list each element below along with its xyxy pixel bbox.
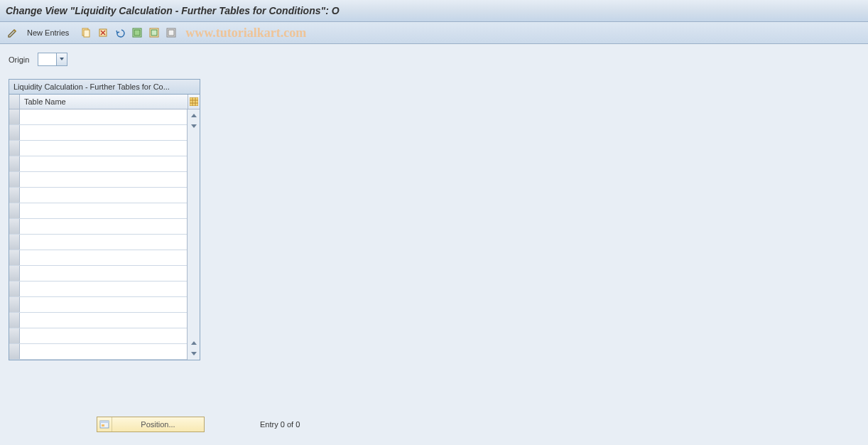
table-row[interactable] <box>9 250 187 266</box>
row-selector[interactable] <box>9 141 20 156</box>
row-selector[interactable] <box>9 250 20 265</box>
chevron-down-icon <box>60 58 64 60</box>
svg-rect-6 <box>134 30 140 36</box>
title-bar: Change View "Liquidity Calculation - Fur… <box>0 0 868 22</box>
table-row[interactable] <box>9 172 187 188</box>
table-body <box>9 109 200 360</box>
table-cell[interactable] <box>20 250 187 265</box>
row-selector[interactable] <box>9 156 20 171</box>
table-row[interactable] <box>9 141 187 156</box>
copy-icon[interactable] <box>79 26 93 40</box>
scroll-page-up-icon[interactable] <box>189 338 198 348</box>
table-title: Liquidity Calculation - Further Tables f… <box>9 80 200 95</box>
table-cell[interactable] <box>20 109 187 124</box>
row-selector[interactable] <box>9 109 20 124</box>
origin-field-row: Origin <box>9 53 859 66</box>
svg-rect-10 <box>168 30 174 36</box>
table-row[interactable] <box>9 235 187 250</box>
svg-rect-11 <box>190 97 198 106</box>
table-cell[interactable] <box>20 313 187 328</box>
row-selector-header[interactable] <box>9 95 20 109</box>
table-row[interactable] <box>9 313 187 328</box>
scroll-page-down-icon[interactable] <box>189 122 198 131</box>
table-cell[interactable] <box>20 156 187 171</box>
row-selector[interactable] <box>9 188 20 203</box>
table-panel: Liquidity Calculation - Further Tables f… <box>9 79 200 360</box>
position-button[interactable]: Position... <box>97 417 205 432</box>
row-selector[interactable] <box>9 344 20 359</box>
table-row[interactable] <box>9 266 187 282</box>
table-cell[interactable] <box>20 266 187 281</box>
footer-area: Position... Entry 0 of 0 <box>0 417 868 432</box>
deselect-all-icon[interactable] <box>164 26 178 40</box>
row-selector[interactable] <box>9 282 20 296</box>
svg-rect-8 <box>151 30 157 36</box>
watermark-text: www.tutorialkart.com <box>185 26 306 41</box>
table-cell[interactable] <box>20 125 187 140</box>
table-cell[interactable] <box>20 219 187 234</box>
table-cell[interactable] <box>20 235 187 250</box>
table-cell[interactable] <box>20 297 187 312</box>
row-selector[interactable] <box>9 235 20 250</box>
table-cell[interactable] <box>20 203 187 218</box>
table-row[interactable] <box>9 282 187 297</box>
row-selector[interactable] <box>9 219 20 234</box>
row-selector[interactable] <box>9 203 20 218</box>
select-block-icon[interactable] <box>147 26 161 40</box>
edit-icon[interactable] <box>6 26 20 40</box>
toolbar: New Entries www.tutorialkart.com <box>0 22 868 44</box>
entry-count-text: Entry 0 of 0 <box>260 420 300 429</box>
delete-icon[interactable] <box>96 26 110 40</box>
vertical-scrollbar[interactable] <box>187 109 200 360</box>
table-row[interactable] <box>9 109 187 125</box>
table-cell[interactable] <box>20 282 187 296</box>
svg-rect-18 <box>102 424 104 427</box>
content-area: Origin Liquidity Calculation - Further T… <box>0 44 868 369</box>
origin-select[interactable] <box>38 53 67 66</box>
origin-label: Origin <box>9 55 29 64</box>
undo-icon[interactable] <box>113 26 127 40</box>
column-header-table-name[interactable]: Table Name <box>20 95 188 109</box>
table-rows-area <box>9 109 187 360</box>
table-row[interactable] <box>9 297 187 313</box>
table-row[interactable] <box>9 219 187 235</box>
scroll-down-icon[interactable] <box>189 349 198 358</box>
row-selector[interactable] <box>9 125 20 140</box>
table-cell[interactable] <box>20 188 187 203</box>
row-selector[interactable] <box>9 172 20 187</box>
table-cell[interactable] <box>20 172 187 187</box>
row-selector[interactable] <box>9 313 20 328</box>
table-row[interactable] <box>9 203 187 219</box>
scroll-up-icon[interactable] <box>189 111 198 120</box>
page-title: Change View "Liquidity Calculation - Fur… <box>6 5 340 16</box>
row-selector[interactable] <box>9 266 20 281</box>
row-selector[interactable] <box>9 328 20 343</box>
table-cell[interactable] <box>20 328 187 343</box>
svg-rect-17 <box>100 421 109 423</box>
table-row[interactable] <box>9 344 187 360</box>
table-cell[interactable] <box>20 344 187 359</box>
new-entries-button[interactable]: New Entries <box>23 27 73 38</box>
table-cell[interactable] <box>20 141 187 156</box>
position-icon <box>97 417 112 431</box>
table-configure-button[interactable] <box>188 95 200 109</box>
table-header-row: Table Name <box>9 95 200 109</box>
svg-rect-1 <box>84 30 89 37</box>
row-selector[interactable] <box>9 297 20 312</box>
table-row[interactable] <box>9 125 187 141</box>
select-all-icon[interactable] <box>130 26 144 40</box>
position-button-label: Position... <box>112 420 204 429</box>
table-row[interactable] <box>9 188 187 203</box>
table-settings-icon <box>190 97 198 106</box>
table-row[interactable] <box>9 156 187 172</box>
table-row[interactable] <box>9 328 187 344</box>
